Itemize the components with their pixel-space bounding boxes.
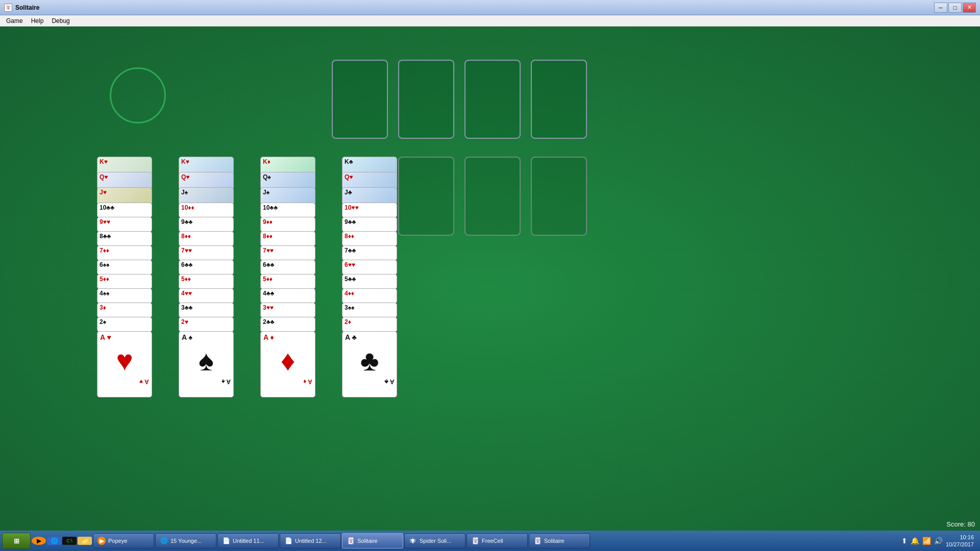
empty-slot-2[interactable] bbox=[464, 157, 521, 236]
empty-slot-3[interactable] bbox=[531, 157, 587, 236]
taskbar-item-ie-label: 15 Younge... bbox=[170, 538, 202, 544]
taskbar-icon-explorer[interactable]: 📁 bbox=[78, 537, 92, 545]
close-button[interactable]: ✕ bbox=[963, 3, 976, 13]
title-bar-buttons: ─ □ ✕ bbox=[934, 3, 976, 13]
card-10-col2[interactable]: 10 ♦♦ bbox=[179, 203, 234, 218]
taskbar-item-untitled2[interactable]: 📄 Untitled 12... bbox=[280, 533, 341, 548]
game-area: Score: 80 K Q J 10 ♣♣ 9 ♥♥ 8 ♣♣ 7 ♦♦ bbox=[0, 27, 980, 551]
taskbar-item-popeye[interactable]: ▶ Popeye bbox=[93, 533, 154, 548]
menu-help[interactable]: Help bbox=[27, 16, 48, 26]
card-A-diamonds-col3[interactable]: A ♦ ♦ A ♦ bbox=[260, 331, 315, 397]
taskbar-tray: ⬆ 🔔 📶 🔊 10:16 10/27/2017 bbox=[901, 534, 978, 548]
foundation-slot-3[interactable] bbox=[464, 60, 521, 139]
taskbar-item-untitled1[interactable]: 📄 Untitled 11... bbox=[217, 533, 279, 548]
card-9-col2[interactable]: 9 ♣♣ bbox=[179, 217, 234, 232]
taskbar-item-solitaire2-icon: 🃏 bbox=[533, 537, 542, 545]
menu-game[interactable]: Game bbox=[2, 16, 27, 26]
title-text: Solitaire bbox=[15, 4, 39, 11]
card-8-col2[interactable]: 8 ♦♦ bbox=[179, 231, 234, 246]
minimize-button[interactable]: ─ bbox=[934, 3, 947, 13]
menu-bar: Game Help Debug bbox=[0, 15, 980, 27]
taskbar-item-spider[interactable]: 🕷 Spider Soli... bbox=[404, 533, 465, 548]
taskbar-item-solitaire-icon: 🃏 bbox=[347, 537, 355, 545]
score-display: Score: 80 bbox=[946, 520, 975, 528]
foundation-slot-4[interactable] bbox=[531, 60, 587, 139]
taskbar-icon-media[interactable]: ▶ bbox=[32, 537, 46, 545]
taskbar-icon-cmd[interactable]: C:\ bbox=[62, 537, 77, 545]
empty-slot-1[interactable] bbox=[398, 157, 454, 236]
title-icon: 🃏 bbox=[4, 4, 12, 12]
card-3-col1[interactable]: 3 ♦ bbox=[97, 303, 152, 318]
taskbar-item-spider-label: Spider Soli... bbox=[420, 538, 451, 544]
clock[interactable]: 10:16 10/27/2017 bbox=[946, 534, 974, 548]
card-4-col4[interactable]: 4 ♦♦ bbox=[342, 288, 397, 304]
card-3-col2[interactable]: 3 ♣♣ bbox=[179, 303, 234, 318]
start-icon: ⊞ bbox=[14, 537, 19, 545]
tray-icon-volume[interactable]: 🔊 bbox=[934, 537, 943, 545]
card-6-col4[interactable]: 6 ♥♥ bbox=[342, 260, 397, 275]
card-A-hearts-col1[interactable]: A ♥ ♥ A ♥ bbox=[97, 331, 152, 397]
card-7-col2[interactable]: 7 ♥♥ bbox=[179, 245, 234, 261]
taskbar-item-untitled2-icon: 📄 bbox=[284, 537, 292, 545]
taskbar-item-untitled1-label: Untitled 11... bbox=[233, 538, 264, 544]
card-7-col3[interactable]: 7 ♥♥ bbox=[260, 245, 315, 261]
card-10-col3[interactable]: 10 ♣♣ bbox=[260, 203, 315, 218]
start-button[interactable]: ⊞ bbox=[2, 533, 31, 549]
card-A-spades-col2[interactable]: A ♠ ♠ A ♠ bbox=[179, 331, 234, 397]
card-8-col4[interactable]: 8 ♦♦ bbox=[342, 231, 397, 246]
card-7-col4[interactable]: 7 ♣♣ bbox=[342, 245, 397, 261]
card-2-col2[interactable]: 2 ♥ bbox=[179, 317, 234, 332]
taskbar-item-popeye-icon: ▶ bbox=[97, 537, 106, 545]
card-6-col1[interactable]: 6 ♠♠ bbox=[97, 260, 152, 275]
tray-icon-network[interactable]: 📶 bbox=[922, 537, 931, 545]
clock-time: 10:16 bbox=[946, 534, 974, 541]
title-bar-left: 🃏 Solitaire bbox=[4, 4, 39, 12]
taskbar: ⊞ ▶ 🌐 C:\ 📁 ▶ Popeye 🌐 15 Younge... 📄 Un… bbox=[0, 531, 980, 551]
card-5-col3[interactable]: 5 ♦♦ bbox=[260, 274, 315, 289]
card-10-col1[interactable]: 10 ♣♣ bbox=[97, 203, 152, 218]
card-10-col4[interactable]: 10 ♥♥ bbox=[342, 203, 397, 218]
card-4-col3[interactable]: 4 ♣♣ bbox=[260, 288, 315, 304]
taskbar-item-solitaire[interactable]: 🃏 Solitaire bbox=[342, 533, 403, 548]
card-6-col3[interactable]: 6 ♣♣ bbox=[260, 260, 315, 275]
taskbar-item-untitled2-label: Untitled 12... bbox=[295, 538, 327, 544]
maximize-button[interactable]: □ bbox=[948, 3, 962, 13]
foundation-slot-1[interactable] bbox=[332, 60, 388, 139]
taskbar-item-freecell-icon: 🃏 bbox=[471, 537, 479, 545]
card-3-col3[interactable]: 3 ♥♥ bbox=[260, 303, 315, 318]
menu-debug[interactable]: Debug bbox=[47, 16, 74, 26]
tray-icon-1[interactable]: ⬆ bbox=[901, 537, 908, 545]
card-8-col3[interactable]: 8 ♦♦ bbox=[260, 231, 315, 246]
card-A-clubs-col4[interactable]: A ♣ ♣ A ♣ bbox=[342, 331, 397, 397]
card-2-col1[interactable]: 2 ♠ bbox=[97, 317, 152, 332]
card-5-col1[interactable]: 5 ♦♦ bbox=[97, 274, 152, 289]
taskbar-item-solitaire2-label: Solitaire bbox=[544, 538, 565, 544]
taskbar-item-ie-icon: 🌐 bbox=[160, 537, 168, 545]
taskbar-item-solitaire-label: Solitaire bbox=[357, 538, 378, 544]
card-3-col4[interactable]: 3 ♠♠ bbox=[342, 303, 397, 318]
card-4-col2[interactable]: 4 ♥♥ bbox=[179, 288, 234, 304]
taskbar-item-freecell[interactable]: 🃏 FreeCell bbox=[467, 533, 528, 548]
title-bar: 🃏 Solitaire ─ □ ✕ bbox=[0, 0, 980, 15]
card-6-col2[interactable]: 6 ♣♣ bbox=[179, 260, 234, 275]
card-9-col3[interactable]: 9 ♦♦ bbox=[260, 217, 315, 232]
card-5-col4[interactable]: 5 ♣♣ bbox=[342, 274, 397, 289]
stock-circle[interactable] bbox=[110, 67, 166, 123]
card-5-col2[interactable]: 5 ♦♦ bbox=[179, 274, 234, 289]
taskbar-item-ie[interactable]: 🌐 15 Younge... bbox=[155, 533, 216, 548]
card-8-col1[interactable]: 8 ♣♣ bbox=[97, 231, 152, 246]
taskbar-item-popeye-label: Popeye bbox=[108, 538, 127, 544]
taskbar-item-spider-icon: 🕷 bbox=[409, 537, 417, 545]
card-2-col4[interactable]: 2 ♦ bbox=[342, 317, 397, 332]
taskbar-item-solitaire2[interactable]: 🃏 Solitaire bbox=[529, 533, 590, 548]
clock-date: 10/27/2017 bbox=[946, 541, 974, 548]
card-7-col1[interactable]: 7 ♦♦ bbox=[97, 245, 152, 261]
taskbar-icon-globe[interactable]: 🌐 bbox=[47, 537, 61, 545]
card-9-col4[interactable]: 9 ♣♣ bbox=[342, 217, 397, 232]
card-9-col1[interactable]: 9 ♥♥ bbox=[97, 217, 152, 232]
card-2-col3[interactable]: 2 ♣♣ bbox=[260, 317, 315, 332]
card-4-col1[interactable]: 4 ♠♠ bbox=[97, 288, 152, 304]
foundation-slot-2[interactable] bbox=[398, 60, 454, 139]
taskbar-item-freecell-label: FreeCell bbox=[482, 538, 503, 544]
tray-icon-2[interactable]: 🔔 bbox=[911, 537, 919, 545]
